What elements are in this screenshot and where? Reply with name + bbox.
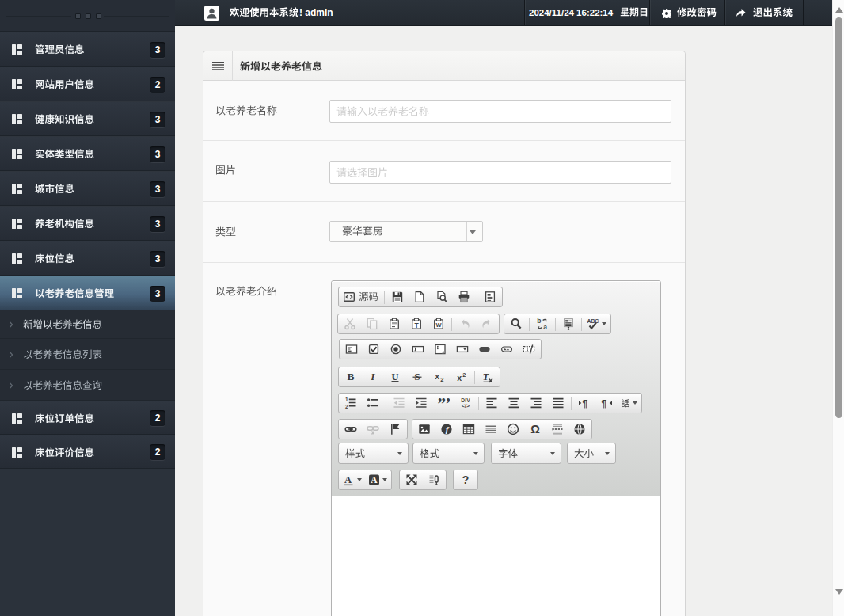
svg-text:2: 2 (462, 371, 466, 378)
svg-text:DIV: DIV (461, 397, 470, 403)
svg-text:x: x (457, 373, 462, 382)
svg-text:B: B (347, 371, 354, 382)
svg-text:U: U (391, 371, 398, 382)
svg-text:T: T (483, 371, 490, 382)
svg-text:2: 2 (345, 404, 348, 409)
svg-text:I: I (370, 371, 375, 382)
svg-text:Ω: Ω (530, 423, 540, 435)
svg-text:</>: </> (462, 403, 470, 409)
svg-text:T: T (414, 321, 419, 329)
svg-text:¶: ¶ (583, 398, 588, 409)
svg-text:¶: ¶ (602, 398, 607, 409)
svg-text:2: 2 (440, 376, 443, 383)
svg-text:A: A (371, 475, 378, 485)
svg-text:W: W (435, 321, 442, 329)
svg-text:b: b (537, 318, 541, 325)
svg-text:””: ”” (438, 397, 451, 409)
svg-text:?: ? (462, 473, 470, 486)
svg-text:A: A (344, 474, 352, 485)
svg-text:ABC: ABC (587, 318, 599, 324)
svg-text:a: a (543, 323, 547, 330)
svg-text:x: x (435, 371, 439, 381)
svg-text:1: 1 (345, 397, 348, 402)
